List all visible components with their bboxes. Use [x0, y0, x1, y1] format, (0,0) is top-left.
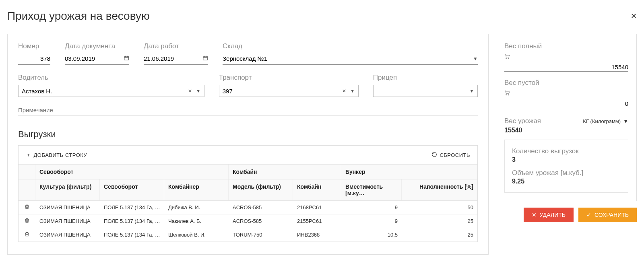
- unload-count-value: 3: [512, 156, 621, 163]
- close-icon: ✕: [532, 212, 537, 218]
- cell-fill: 25: [402, 229, 477, 241]
- cell-sevo: ПОЛЕ 5.137 (134 Га, "Сила …: [100, 229, 164, 241]
- add-row-label: ДОБАВИТЬ СТРОКУ: [34, 152, 87, 158]
- chevron-down-icon[interactable]: ▼: [469, 88, 474, 94]
- driver-select[interactable]: [22, 88, 184, 95]
- doc-date-input[interactable]: [65, 55, 121, 62]
- cell-capacity: 10,5: [341, 229, 402, 241]
- harvest-weight-label: Вес урожая: [504, 117, 541, 125]
- cell-fill: 25: [402, 215, 477, 227]
- work-date-label: Дата работ: [144, 42, 208, 50]
- empty-weight-label: Вес пустой: [504, 79, 628, 87]
- calendar-icon[interactable]: [202, 55, 208, 62]
- unit-select[interactable]: КГ (Килограмм) ▼: [583, 118, 628, 124]
- col-capacity[interactable]: Вместимость [м.ку…: [341, 179, 402, 200]
- svg-rect-0: [124, 56, 129, 60]
- svg-point-10: [506, 95, 507, 95]
- chevron-down-icon[interactable]: ▼: [350, 88, 355, 94]
- cell-capacity: 9: [341, 201, 402, 214]
- trailer-select[interactable]: [377, 88, 465, 95]
- reset-icon: [431, 152, 437, 159]
- col-culture[interactable]: Культура (фильтр): [35, 179, 100, 200]
- table-row[interactable]: ОЗИМАЯ ПШЕНИЦАПОЛЕ 5.137 (134 Га, "Сила …: [19, 201, 477, 214]
- cell-combiner: Дибижа В. И.: [164, 201, 229, 214]
- cart-empty-icon: [504, 90, 628, 97]
- volume-label: Объем урожая [м.куб.]: [512, 169, 621, 177]
- clear-icon[interactable]: ✕: [342, 88, 346, 94]
- trash-icon[interactable]: [24, 232, 30, 238]
- save-label: СОХРАНИТЬ: [594, 212, 629, 218]
- full-weight-input[interactable]: [504, 64, 628, 70]
- cell-capacity: 9: [341, 215, 402, 227]
- check-icon: ✓: [586, 212, 591, 218]
- col-combiner[interactable]: Комбайнер: [164, 179, 229, 200]
- full-weight-label: Вес полный: [504, 42, 628, 50]
- transport-label: Транспорт: [219, 74, 359, 82]
- cart-full-icon: [504, 54, 628, 60]
- reset-label: СБРОСИТЬ: [440, 152, 470, 158]
- driver-label: Водитель: [18, 74, 204, 82]
- main-form-panel: Номер Дата документа Дата работ: [7, 34, 489, 255]
- col-fill[interactable]: Наполненность [%]: [402, 179, 477, 200]
- unload-count-label: Количество выгрузок: [512, 147, 621, 155]
- chevron-down-icon: ▼: [623, 118, 628, 124]
- col-group-combine: Комбайн: [229, 165, 341, 179]
- cell-sevo: ПОЛЕ 5.137 (134 Га, "Сила …: [100, 201, 164, 214]
- cell-culture: ОЗИМАЯ ПШЕНИЦА: [35, 215, 100, 227]
- svg-rect-4: [203, 56, 208, 60]
- delete-label: УДАЛИТЬ: [540, 212, 566, 218]
- cell-model: ACROS-585: [229, 215, 293, 227]
- unloads-title: Выгрузки: [18, 129, 478, 140]
- chevron-down-icon[interactable]: ▼: [473, 56, 478, 62]
- col-group-bunker: Бункер: [341, 165, 477, 179]
- doc-date-label: Дата документа: [65, 42, 129, 50]
- cell-sevo: ПОЛЕ 5.137 (134 Га, "Сила …: [100, 215, 164, 227]
- number-input[interactable]: [18, 55, 50, 62]
- plus-icon: ＋: [26, 151, 31, 159]
- table-row[interactable]: ОЗИМАЯ ПШЕНИЦАПОЛЕ 5.137 (134 Га, "Сила …: [19, 228, 477, 242]
- cell-fill: 50: [402, 201, 477, 214]
- table-row[interactable]: ОЗИМАЯ ПШЕНИЦАПОЛЕ 5.137 (134 Га, "Сила …: [19, 214, 477, 228]
- harvest-weight-value: 15540: [504, 127, 628, 134]
- add-row-button[interactable]: ＋ ДОБАВИТЬ СТРОКУ: [26, 151, 87, 159]
- cell-culture: ОЗИМАЯ ПШЕНИЦА: [35, 229, 100, 241]
- trash-icon[interactable]: [24, 205, 30, 211]
- transport-select[interactable]: [223, 88, 338, 95]
- svg-point-9: [508, 58, 509, 59]
- chevron-down-icon[interactable]: ▼: [196, 88, 201, 94]
- col-group-sevo: Севооборот: [35, 165, 229, 179]
- cell-combine: ИНВ2368: [293, 229, 341, 241]
- empty-weight-input[interactable]: [504, 100, 628, 107]
- close-icon[interactable]: ✕: [631, 12, 637, 21]
- delete-button[interactable]: ✕ УДАЛИТЬ: [524, 208, 574, 222]
- cell-combine: 2168PC61: [293, 201, 341, 214]
- warehouse-select[interactable]: [223, 55, 471, 62]
- col-combine[interactable]: Комбайн: [293, 179, 341, 200]
- page-title: Приход урожая на весовую: [7, 10, 150, 23]
- note-input[interactable]: [18, 107, 478, 113]
- calendar-icon[interactable]: [124, 55, 129, 62]
- cell-combiner: Чакилев А. Б.: [164, 215, 229, 227]
- unloads-grid: ＋ ДОБАВИТЬ СТРОКУ СБРОСИТЬ Севооборот Ко…: [18, 145, 478, 242]
- reset-button[interactable]: СБРОСИТЬ: [431, 151, 470, 159]
- clear-icon[interactable]: ✕: [188, 88, 192, 94]
- cell-model: TORUM-750: [229, 229, 293, 241]
- cell-combine: 2155PC61: [293, 215, 341, 227]
- cell-combiner: Шелковой В. И.: [164, 229, 229, 241]
- col-sevo[interactable]: Севооборот: [100, 179, 164, 200]
- volume-value: 9.25: [512, 178, 621, 185]
- cell-model: ACROS-585: [229, 201, 293, 214]
- svg-point-8: [506, 58, 507, 59]
- trailer-label: Прицеп: [373, 74, 478, 82]
- warehouse-label: Склад: [223, 42, 478, 50]
- cell-culture: ОЗИМАЯ ПШЕНИЦА: [35, 201, 100, 214]
- save-button[interactable]: ✓ СОХРАНИТЬ: [578, 208, 637, 222]
- col-model[interactable]: Модель (фильтр): [229, 179, 293, 200]
- trash-icon[interactable]: [24, 218, 30, 225]
- unit-label: КГ (Килограмм): [583, 118, 621, 124]
- number-label: Номер: [18, 42, 50, 50]
- svg-point-11: [508, 95, 509, 95]
- work-date-input[interactable]: [144, 55, 200, 62]
